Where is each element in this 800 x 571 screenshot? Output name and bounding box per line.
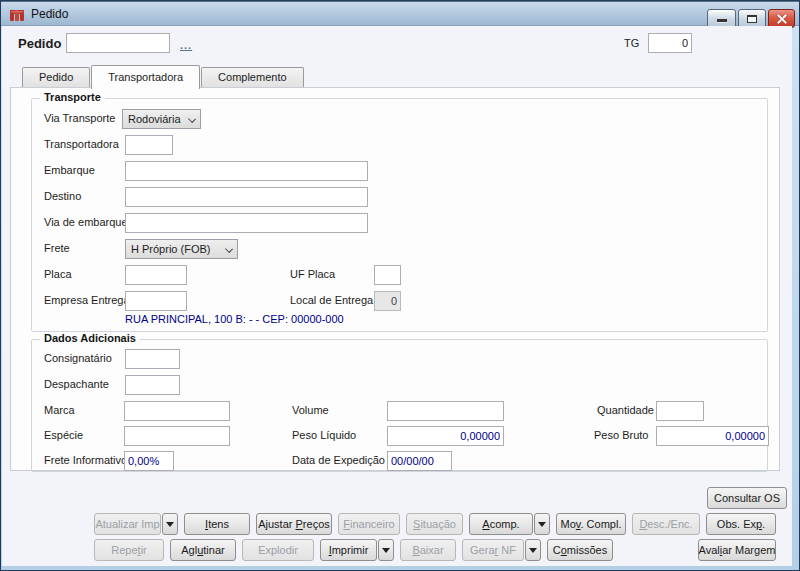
marca-input[interactable] (124, 401, 230, 421)
repetir-label: Repetir (111, 544, 146, 556)
volume-label: Volume (292, 404, 329, 416)
empresa-entrega-input[interactable] (125, 291, 187, 311)
acomp-label: Acomp. (482, 518, 519, 530)
mov-compl-label: Mov. Compl. (561, 518, 622, 530)
tab-complemento[interactable]: Complemento (201, 67, 303, 88)
chevron-down-icon (188, 115, 196, 123)
peso-liquido-label: Peso Líquido (292, 429, 356, 441)
minimize-icon (717, 19, 727, 22)
marca-label: Marca (44, 404, 75, 416)
btn-gerar-nf-dropdown[interactable] (525, 539, 541, 561)
btn-itens[interactable]: Itens (184, 513, 250, 535)
especie-input[interactable] (124, 426, 230, 446)
situacao-label: Situação (413, 518, 456, 530)
consignatario-label: Consignatário (44, 352, 112, 364)
frete-value: H Próprio (FOB) (131, 243, 210, 255)
desc-enc-label: Desc./Enc. (639, 518, 692, 530)
gerar-nf-label: Gerar NF (470, 544, 516, 556)
frete-informativo-label: Frete Informativo (44, 454, 127, 466)
chevron-down-icon (225, 245, 233, 253)
btn-avaliar-margem[interactable]: Avaliar Margem (698, 539, 776, 561)
tab-strip: Pedido Transportadora Complemento (22, 65, 305, 88)
transportadora-input[interactable] (125, 135, 173, 155)
frete-informativo-input[interactable] (124, 451, 174, 471)
app-logo-icon (9, 7, 25, 23)
btn-financeiro: Financeiro (338, 513, 400, 535)
quantidade-label: Quantidade (597, 404, 654, 416)
window-title: Pedido (31, 7, 68, 21)
btn-obs-exp[interactable]: Obs. Exp. (706, 513, 776, 535)
imprimir-split-group: Imprimir (320, 539, 394, 562)
btn-atualizar-imp-dropdown[interactable] (162, 513, 178, 535)
atualizar-imp-split-group: Atualizar Imp (94, 513, 178, 536)
data-de-expedicao-input[interactable] (387, 451, 452, 471)
tab-transportadora[interactable]: Transportadora (91, 65, 200, 89)
dados-adicionais-group-title: Dados Adicionais (40, 332, 140, 344)
btn-imprimir[interactable]: Imprimir (320, 539, 377, 561)
peso-bruto-input[interactable] (656, 426, 769, 446)
financeiro-label: Financeiro (343, 518, 394, 530)
btn-consultar-os[interactable]: Consultar OS (707, 487, 787, 509)
transporte-groupbox: Transporte Via Transporte Rodoviária Tra… (31, 98, 768, 332)
title-bar: Pedido (1, 1, 799, 26)
btn-acomp-dropdown[interactable] (534, 513, 550, 535)
placa-input[interactable] (125, 265, 187, 285)
btn-ajustar-precos[interactable]: Ajustar Preços (256, 513, 332, 535)
btn-gerar-nf: Gerar NF (462, 539, 524, 561)
tab-pedido[interactable]: Pedido (22, 67, 90, 88)
itens-label: Itens (205, 518, 229, 530)
despachante-input[interactable] (125, 375, 180, 395)
destino-label: Destino (44, 190, 81, 202)
btn-imprimir-dropdown[interactable] (378, 539, 394, 561)
volume-input[interactable] (387, 401, 504, 421)
footer-row-2: RepetirAglutinarExplodirImprimirBaixarGe… (94, 539, 776, 562)
gerar-nf-split-group: Gerar NF (462, 539, 541, 562)
btn-baixar: Baixar (400, 539, 456, 561)
placa-label: Placa (44, 268, 72, 280)
transporte-group-title: Transporte (40, 91, 105, 103)
footer-row-1: Atualizar ImpItensAjustar PreçosFinancei… (94, 513, 776, 536)
btn-aglutinar[interactable]: Aglutinar (170, 539, 236, 561)
uf-placa-input[interactable] (374, 265, 401, 285)
consultar-os-label: Consultar OS (714, 492, 780, 504)
btn-situacao: Situação (406, 513, 463, 535)
btn-explodir: Explodir (242, 539, 314, 561)
pedido-window: Pedido Pedido ... TG Pedido Transportado… (0, 0, 800, 571)
data-de-expedicao-label: Data de Expedição (292, 454, 385, 466)
uf-placa-label: UF Placa (290, 268, 335, 280)
dropdown-arrow-icon (538, 522, 546, 527)
client-area: Pedido ... TG Pedido Transportadora Comp… (2, 26, 792, 566)
frete-select[interactable]: H Próprio (FOB) (125, 239, 238, 259)
atualizar-imp-label: Atualizar Imp (95, 518, 159, 530)
peso-liquido-input[interactable] (387, 426, 504, 446)
via-de-embarque-label: Via de embarque (44, 216, 128, 228)
pedido-number-input[interactable] (66, 33, 170, 53)
acomp-split-group: Acomp. (469, 513, 550, 536)
via-de-embarque-input[interactable] (125, 213, 368, 233)
consignatario-input[interactable] (125, 349, 180, 369)
embarque-input[interactable] (125, 161, 368, 181)
transportadora-label: Transportadora (44, 138, 119, 150)
pedido-lookup-button[interactable]: ... (180, 39, 192, 51)
via-transporte-select[interactable]: Rodoviária (122, 109, 201, 129)
via-transporte-value: Rodoviária (128, 113, 181, 125)
ajustar-precos-label: Ajustar Preços (258, 518, 330, 530)
dados-adicionais-groupbox: Dados Adicionais Consignatário Despachan… (31, 339, 768, 472)
quantidade-input[interactable] (656, 401, 704, 421)
btn-acomp[interactable]: Acomp. (469, 513, 533, 535)
embarque-label: Embarque (44, 164, 95, 176)
despachante-label: Despachante (44, 378, 109, 390)
dropdown-arrow-icon (382, 548, 390, 553)
avaliar-margem-label: Avaliar Margem (699, 544, 776, 556)
aglutinar-label: Aglutinar (181, 544, 224, 556)
comissoes-label: Comissões (553, 544, 607, 556)
destino-input[interactable] (125, 187, 368, 207)
btn-comissoes[interactable]: Comissões (547, 539, 613, 561)
btn-mov-compl[interactable]: Mov. Compl. (556, 513, 626, 535)
explodir-label: Explodir (258, 544, 298, 556)
tg-input[interactable] (648, 33, 692, 53)
empresa-entrega-label: Empresa Entrega (44, 294, 130, 306)
delivery-address-text: RUA PRINCIPAL, 100 B: - - CEP: 00000-000 (125, 313, 344, 325)
dropdown-arrow-icon (529, 548, 537, 553)
especie-label: Espécie (44, 429, 83, 441)
